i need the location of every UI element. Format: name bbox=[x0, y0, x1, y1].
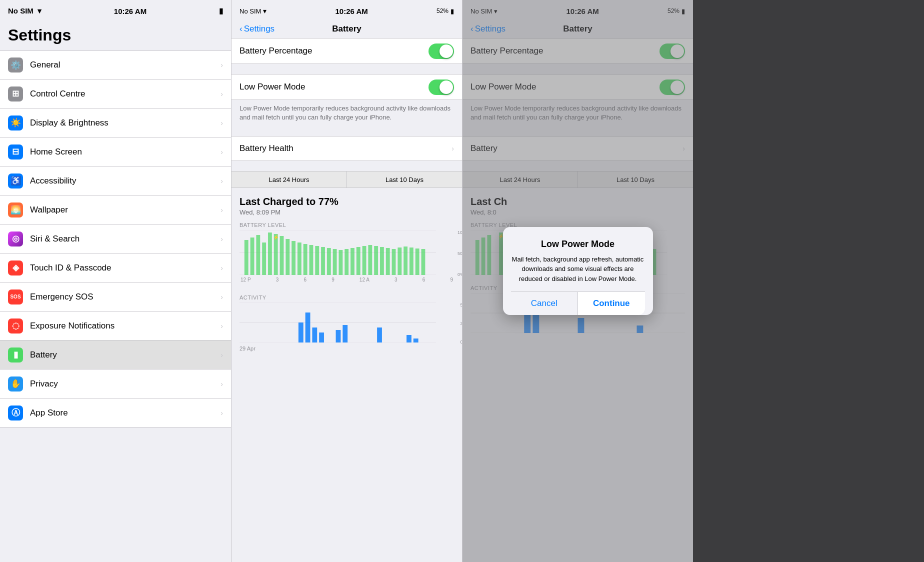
display-icon: ☀️ bbox=[8, 116, 23, 130]
svg-rect-46 bbox=[414, 338, 418, 342]
status-bar-p1: No SIM ▾ 10:26 AM ▮ bbox=[0, 0, 231, 22]
exposure-label: Exposure Notifications bbox=[30, 321, 218, 331]
touchid-chevron: › bbox=[220, 264, 223, 272]
time-p1: 10:26 AM bbox=[114, 7, 146, 16]
battery-percentage-section: Battery Percentage bbox=[232, 38, 462, 64]
battery-chevron: › bbox=[220, 351, 223, 359]
svg-rect-32 bbox=[416, 248, 420, 275]
battery-percentage-row: Battery Percentage bbox=[232, 38, 462, 64]
display-chevron: › bbox=[220, 119, 223, 127]
svg-rect-33 bbox=[422, 249, 426, 275]
svg-rect-31 bbox=[410, 248, 414, 275]
settings-row-control-centre[interactable]: ⊞Control Centre› bbox=[0, 80, 231, 108]
emergency-chevron: › bbox=[220, 293, 223, 301]
svg-rect-27 bbox=[386, 248, 390, 275]
panel-battery: No SIM ▾ 10:26 AM 52% ▮ ‹ Settings Batte… bbox=[231, 0, 462, 562]
siri-label: Siri & Search bbox=[30, 234, 218, 244]
toggle-knob bbox=[440, 44, 453, 58]
svg-rect-29 bbox=[398, 248, 402, 275]
svg-rect-38 bbox=[298, 322, 304, 342]
emergency-label: Emergency SOS bbox=[30, 292, 218, 302]
battery-icon: ▮ bbox=[8, 348, 23, 362]
svg-rect-22 bbox=[356, 247, 360, 275]
svg-rect-24 bbox=[368, 245, 372, 275]
touchid-label: Touch ID & Passcode bbox=[30, 263, 218, 273]
accessibility-chevron: › bbox=[220, 177, 223, 185]
wallpaper-icon: 🌅 bbox=[8, 202, 23, 218]
svg-rect-13 bbox=[304, 244, 308, 275]
svg-rect-7 bbox=[268, 232, 272, 275]
privacy-label: Privacy bbox=[30, 379, 218, 389]
svg-rect-41 bbox=[319, 332, 324, 342]
settings-list: ⚙️General›⊞Control Centre›☀️Display & Br… bbox=[0, 50, 231, 562]
wallpaper-chevron: › bbox=[220, 206, 223, 214]
battery-p2-right: 52% ▮ bbox=[436, 8, 454, 15]
battery-page-title-p2: Battery bbox=[332, 24, 362, 34]
tab-24h[interactable]: Last 24 Hours bbox=[232, 172, 347, 188]
battery-percentage-toggle[interactable] bbox=[428, 44, 454, 59]
appstore-icon: Ⓐ bbox=[8, 406, 23, 420]
control-centre-icon: ⊞ bbox=[8, 86, 23, 102]
emergency-icon: SOS bbox=[8, 290, 23, 304]
svg-rect-8 bbox=[274, 234, 278, 275]
time-range-tabs: Last 24 Hours Last 10 Days bbox=[232, 171, 462, 188]
settings-row-general[interactable]: ⚙️General› bbox=[0, 50, 231, 80]
low-power-toggle[interactable] bbox=[428, 80, 454, 95]
settings-row-emergency[interactable]: SOSEmergency SOS› bbox=[0, 282, 231, 312]
settings-row-battery[interactable]: ▮Battery› bbox=[0, 340, 231, 370]
svg-rect-6 bbox=[262, 242, 266, 275]
svg-rect-42 bbox=[336, 330, 341, 342]
general-chevron: › bbox=[220, 61, 223, 69]
battery-nav-p2: ‹ Settings Battery bbox=[232, 22, 462, 38]
svg-rect-28 bbox=[392, 249, 396, 275]
dialog-cancel-button[interactable]: Cancel bbox=[511, 292, 578, 315]
svg-rect-10 bbox=[286, 239, 290, 275]
edge-overflow bbox=[693, 0, 924, 562]
low-power-knob bbox=[440, 80, 453, 94]
svg-rect-25 bbox=[374, 246, 378, 275]
settings-row-homescreen[interactable]: ⊟Home Screen› bbox=[0, 138, 231, 166]
activity-chart-wrapper: 50m 30m 0m bbox=[240, 302, 454, 344]
settings-row-appstore[interactable]: ⒶApp Store› bbox=[0, 398, 231, 428]
low-power-description: Low Power Mode temporarily reduces backg… bbox=[232, 100, 462, 126]
dialog-continue-button[interactable]: Continue bbox=[578, 292, 645, 315]
general-label: General bbox=[30, 60, 218, 70]
battery-health-row[interactable]: Battery Health › bbox=[232, 136, 462, 161]
dialog-buttons: Cancel Continue bbox=[511, 292, 645, 315]
settings-row-exposure[interactable]: ◌Exposure Notifications› bbox=[0, 312, 231, 340]
carrier-p2: No SIM bbox=[240, 8, 261, 15]
svg-rect-16 bbox=[321, 247, 325, 275]
touchid-icon: ◈ bbox=[8, 260, 23, 276]
wifi-icon-p2: ▾ bbox=[263, 7, 266, 15]
settings-row-accessibility[interactable]: ♿Accessibility› bbox=[0, 166, 231, 196]
battery-x-labels: 12 P 3 6 9 12 A 3 6 9 bbox=[240, 277, 454, 282]
battery-y-labels: 100% 50% 0% bbox=[458, 230, 462, 277]
carrier-p1: No SIM ▾ bbox=[8, 6, 42, 16]
time-p2: 10:26 AM bbox=[336, 7, 368, 16]
battery-pct-p2: 52% bbox=[436, 8, 448, 14]
charge-title: Last Charged to 77% bbox=[240, 196, 454, 208]
low-power-dialog: Low Power Mode Mail fetch, background ap… bbox=[503, 227, 653, 316]
battery-health-chevron: › bbox=[452, 144, 454, 152]
activity-svg bbox=[240, 302, 436, 342]
low-power-row: Low Power Mode bbox=[232, 74, 462, 100]
back-button-p2[interactable]: ‹ Settings bbox=[240, 24, 274, 34]
svg-text:⚡: ⚡ bbox=[273, 234, 280, 240]
settings-row-privacy[interactable]: ✋Privacy› bbox=[0, 370, 231, 398]
dialog-body: Mail fetch, background app refresh, auto… bbox=[511, 254, 645, 284]
settings-row-siri[interactable]: ◎Siri & Search› bbox=[0, 224, 231, 254]
back-label-p2: Settings bbox=[244, 24, 274, 34]
battery-icon-p1: ▮ bbox=[219, 6, 223, 15]
battery-level-svg: ⚡ bbox=[240, 230, 436, 275]
svg-rect-43 bbox=[342, 325, 348, 342]
svg-rect-11 bbox=[292, 241, 296, 275]
settings-row-touchid[interactable]: ◈Touch ID & Passcode› bbox=[0, 254, 231, 282]
settings-row-wallpaper[interactable]: 🌅Wallpaper› bbox=[0, 196, 231, 224]
battery-label: Battery bbox=[30, 350, 218, 360]
settings-row-display[interactable]: ☀️Display & Brightness› bbox=[0, 108, 231, 138]
svg-rect-18 bbox=[333, 249, 337, 275]
battery-chart-wrapper: ⚡ 100% 50% 0% bbox=[240, 230, 454, 277]
privacy-icon: ✋ bbox=[8, 376, 23, 392]
settings-title: Settings bbox=[0, 22, 231, 50]
tab-10d[interactable]: Last 10 Days bbox=[347, 172, 462, 188]
